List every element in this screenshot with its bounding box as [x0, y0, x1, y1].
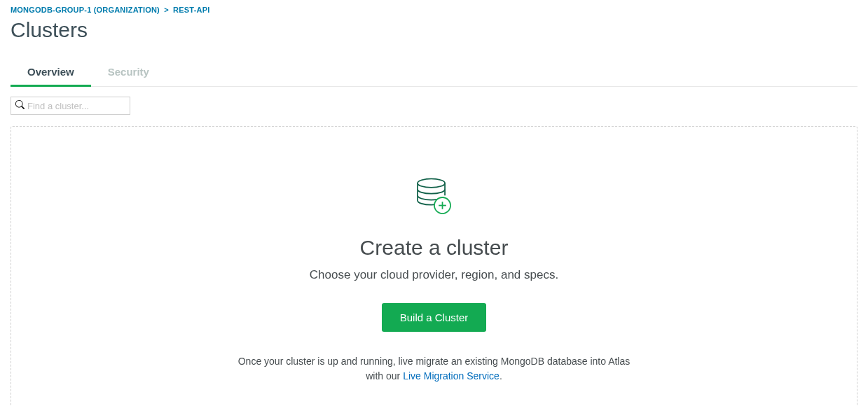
breadcrumb-project-link[interactable]: REST-API [173, 6, 209, 14]
page-title: Clusters [11, 18, 857, 42]
tabs: Overview Security [11, 59, 857, 87]
footer-text-post: . [500, 370, 502, 382]
breadcrumb-org-link[interactable]: MONGODB-GROUP-1 (ORGANIZATION) [11, 6, 160, 14]
breadcrumb-separator: > [164, 6, 169, 14]
search-input[interactable] [27, 101, 125, 111]
live-migration-link[interactable]: Live Migration Service [403, 370, 500, 382]
search-icon [15, 99, 27, 112]
tab-overview[interactable]: Overview [11, 59, 91, 87]
empty-subheading: Choose your cloud provider, region, and … [32, 268, 836, 282]
empty-heading: Create a cluster [32, 236, 836, 260]
database-plus-icon [32, 176, 836, 222]
empty-footer-text: Once your cluster is up and running, liv… [238, 354, 631, 384]
empty-state-card: Create a cluster Choose your cloud provi… [11, 126, 857, 406]
build-cluster-button[interactable]: Build a Cluster [382, 303, 487, 332]
svg-point-0 [418, 178, 445, 187]
tab-security[interactable]: Security [91, 59, 166, 87]
search-container [11, 97, 130, 115]
breadcrumb: MONGODB-GROUP-1 (ORGANIZATION) > REST-AP… [11, 6, 857, 14]
